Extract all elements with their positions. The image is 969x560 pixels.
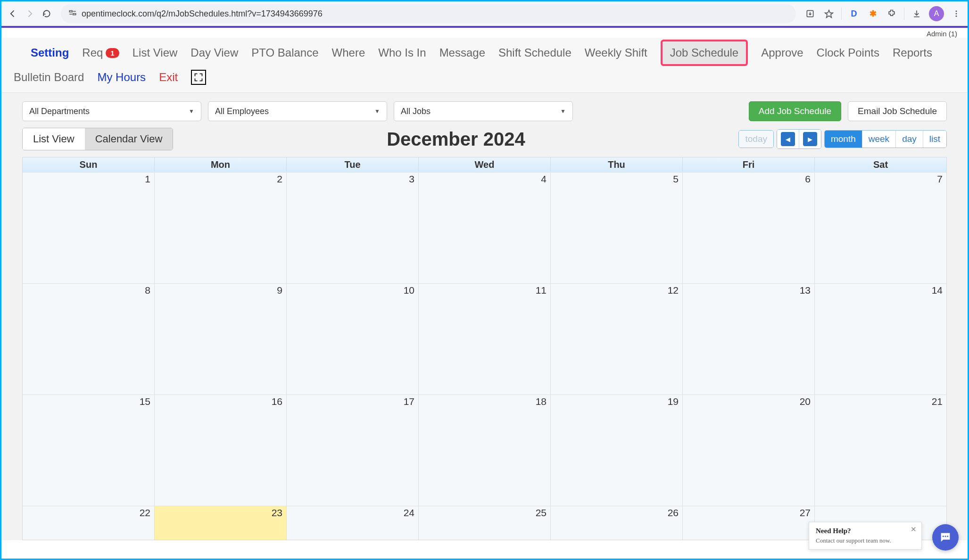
- calendar-cell[interactable]: 22: [23, 506, 155, 540]
- nav-arrows-group: ◀ ▶: [777, 129, 821, 149]
- svg-rect-1: [73, 13, 76, 15]
- calendar-cell[interactable]: 27: [683, 506, 815, 540]
- calendar-cell[interactable]: 19: [551, 395, 683, 506]
- calendar-row: 891011121314: [23, 283, 946, 395]
- url-text: opentimeclock.com/q2/mJobSchedules.html?…: [82, 9, 323, 19]
- nav-weekly[interactable]: Weekly Shift: [585, 46, 647, 59]
- chat-bubble-button[interactable]: [932, 524, 959, 551]
- calendar-row: 15161718192021: [23, 395, 946, 506]
- calendar-cell[interactable]: 26: [551, 506, 683, 540]
- menu-icon[interactable]: [950, 7, 963, 20]
- week-button[interactable]: week: [862, 131, 896, 148]
- fullscreen-icon[interactable]: [191, 70, 206, 85]
- calendar-cell[interactable]: 24: [287, 506, 419, 540]
- nav-pto[interactable]: PTO Balance: [251, 46, 318, 59]
- calendar-cell-number: 4: [541, 173, 547, 185]
- nav-day-view[interactable]: Day View: [190, 46, 238, 59]
- site-settings-icon[interactable]: [68, 8, 77, 19]
- calendar-cell[interactable]: 5: [551, 172, 683, 283]
- calendar-cell[interactable]: 17: [287, 395, 419, 506]
- day-tue: Tue: [287, 157, 419, 172]
- jobs-value: All Jobs: [401, 107, 431, 116]
- calendar-header: List View Calendar View December 2024 to…: [7, 128, 962, 157]
- nav-list-view[interactable]: List View: [133, 46, 178, 59]
- nav-exit[interactable]: Exit: [159, 71, 178, 84]
- install-icon[interactable]: [803, 7, 817, 20]
- svg-point-11: [956, 16, 957, 17]
- calendar-cell[interactable]: 16: [155, 395, 287, 506]
- calendar-cell[interactable]: 4: [419, 172, 551, 283]
- calendar-cell-number: 22: [140, 507, 150, 519]
- svg-rect-0: [69, 10, 72, 12]
- caret-icon: ▼: [189, 108, 194, 115]
- month-button[interactable]: month: [825, 131, 862, 148]
- calendar-cell[interactable]: 25: [419, 506, 551, 540]
- calendar-cell-number: 14: [932, 285, 943, 296]
- nav-where[interactable]: Where: [332, 46, 365, 59]
- req-badge: 1: [106, 48, 119, 58]
- calendar-cell-number: 2: [277, 173, 282, 185]
- url-bar[interactable]: opentimeclock.com/q2/mJobSchedules.html?…: [61, 4, 796, 23]
- jobs-dropdown[interactable]: All Jobs ▼: [394, 101, 573, 121]
- calendar-cell[interactable]: 7: [815, 172, 946, 283]
- today-button[interactable]: today: [739, 131, 773, 148]
- calendar-cell[interactable]: 15: [23, 395, 155, 506]
- calendar-cell-number: 17: [404, 396, 414, 407]
- close-icon[interactable]: ✕: [911, 525, 917, 534]
- extension-flower-icon[interactable]: ✱: [866, 7, 879, 20]
- add-job-schedule-button[interactable]: Add Job Schedule: [749, 101, 841, 121]
- calendar-cell-number: 23: [272, 507, 282, 519]
- extension-d-icon[interactable]: D: [847, 7, 861, 20]
- departments-dropdown[interactable]: All Departments ▼: [22, 101, 201, 121]
- sub-nav: Bulletin Board My Hours Exit: [1, 67, 968, 93]
- prev-button[interactable]: ◀: [777, 130, 799, 148]
- calendar-cell[interactable]: 10: [287, 283, 419, 395]
- day-mon: Mon: [155, 157, 287, 172]
- calendar-cell[interactable]: 2: [155, 172, 287, 283]
- nav-message[interactable]: Message: [439, 46, 485, 59]
- calendar-cell[interactable]: 9: [155, 283, 287, 395]
- calendar-cell[interactable]: 21: [815, 395, 946, 506]
- nav-approve[interactable]: Approve: [761, 46, 803, 59]
- forward-button[interactable]: [23, 7, 36, 20]
- reload-button[interactable]: [40, 7, 53, 20]
- list-button[interactable]: list: [923, 131, 946, 148]
- calendar-cell[interactable]: 14: [815, 283, 946, 395]
- next-button[interactable]: ▶: [799, 130, 821, 148]
- calendar-cell[interactable]: 12: [551, 283, 683, 395]
- calendar-cell[interactable]: 3: [287, 172, 419, 283]
- employees-dropdown[interactable]: All Employees ▼: [208, 101, 387, 121]
- calendar-cell[interactable]: 8: [23, 283, 155, 395]
- profile-avatar[interactable]: A: [929, 6, 944, 21]
- nav-my-hours[interactable]: My Hours: [97, 71, 146, 84]
- calendar-cell[interactable]: 18: [419, 395, 551, 506]
- extensions-icon[interactable]: [885, 7, 898, 20]
- nav-shift[interactable]: Shift Schedule: [498, 46, 571, 59]
- nav-setting[interactable]: Setting: [31, 46, 69, 59]
- calendar-cell[interactable]: 6: [683, 172, 815, 283]
- email-job-schedule-button[interactable]: Email Job Schedule: [848, 101, 947, 121]
- calendar-cell[interactable]: 1: [23, 172, 155, 283]
- nav-reports[interactable]: Reports: [893, 46, 932, 59]
- nav-job-schedule[interactable]: Job Schedule: [661, 40, 748, 66]
- calendar-cell-number: 24: [404, 507, 414, 519]
- calendar-view-toggle[interactable]: Calendar View: [85, 128, 173, 150]
- calendar-cell[interactable]: 13: [683, 283, 815, 395]
- list-view-toggle[interactable]: List View: [23, 128, 85, 150]
- day-button[interactable]: day: [896, 131, 923, 148]
- back-button[interactable]: [6, 7, 19, 20]
- caret-icon: ▼: [374, 108, 380, 115]
- nav-who[interactable]: Who Is In: [378, 46, 426, 59]
- calendar-cell[interactable]: 11: [419, 283, 551, 395]
- day-sun: Sun: [23, 157, 155, 172]
- star-icon[interactable]: [822, 7, 836, 20]
- nav-bulletin[interactable]: Bulletin Board: [14, 71, 84, 84]
- calendar-cell[interactable]: 23: [155, 506, 287, 540]
- calendar-cell[interactable]: 20: [683, 395, 815, 506]
- nav-clock[interactable]: Clock Points: [817, 46, 879, 59]
- departments-value: All Departments: [29, 107, 90, 116]
- download-icon[interactable]: [910, 7, 923, 20]
- main-nav: Setting Req 1 List View Day View PTO Bal…: [1, 38, 968, 67]
- nav-req[interactable]: Req 1: [82, 46, 119, 59]
- nav-req-label: Req: [82, 46, 103, 59]
